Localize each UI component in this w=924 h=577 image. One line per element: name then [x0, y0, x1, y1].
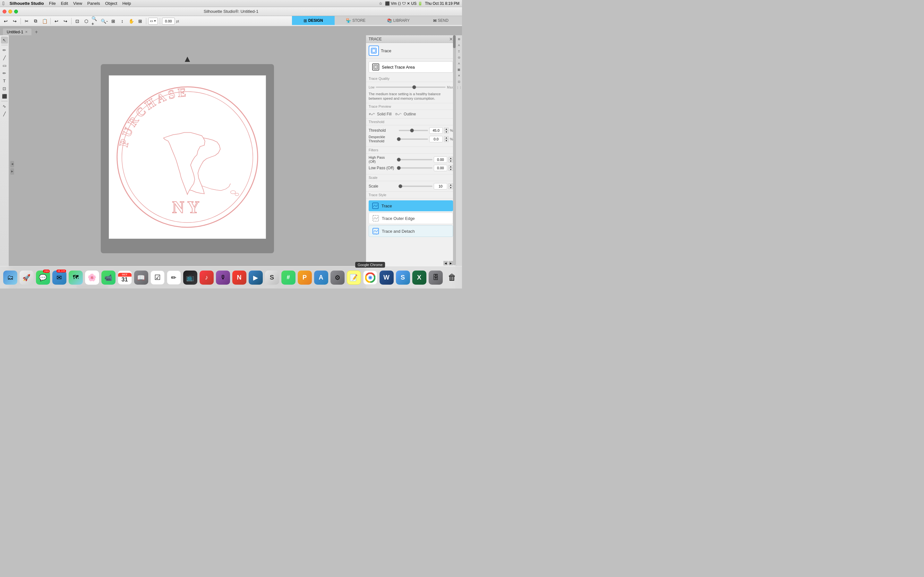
dock-podcasts[interactable]: 🎙 [215, 269, 230, 285]
close-button[interactable] [3, 10, 6, 13]
trace-outer-edge-button[interactable]: Trace Outer Edge [368, 213, 453, 224]
nav-right-icon[interactable]: ▶ [449, 261, 453, 266]
threshold-stepper[interactable]: ▲ ▼ [444, 127, 449, 133]
grid-icon[interactable]: ⊞ [136, 17, 144, 25]
dock-airmail[interactable]: ✉ 48,245 [52, 269, 67, 285]
tab-untitled[interactable]: Untitled-1 ✕ [3, 28, 32, 35]
high-pass-up-icon[interactable]: ▲ [449, 157, 453, 160]
dock-launchpad[interactable]: 🚀 [19, 269, 34, 285]
shape-tool[interactable]: ▭ [1, 62, 8, 69]
nav-store[interactable]: 🏪 STORE [334, 16, 377, 25]
scale-up-icon[interactable]: ▲ [449, 183, 453, 186]
dock-calendar[interactable]: OCT 31 [117, 269, 132, 285]
undo-icon[interactable]: ↩ [2, 17, 10, 25]
paste-icon[interactable]: 📋 [41, 17, 48, 25]
right-icon-8[interactable]: ⊡ [457, 79, 462, 84]
shape-dropdown-icon[interactable]: ▼ [153, 19, 156, 23]
scale-slider[interactable] [399, 183, 433, 189]
apple-menu[interactable]:  [3, 1, 5, 6]
zoom-fit-icon[interactable]: ⊞ [110, 17, 117, 25]
low-pass-down-icon[interactable]: ▼ [449, 168, 453, 171]
hand-icon[interactable]: ✋ [128, 17, 135, 25]
right-icon-1[interactable]: ⊞ [457, 37, 462, 42]
high-pass-value[interactable] [434, 156, 447, 163]
right-icon-5[interactable]: A [457, 61, 462, 66]
text-tool[interactable]: T [1, 77, 8, 84]
threshold-decrement-icon[interactable]: ▼ [444, 131, 449, 133]
dock-pages[interactable]: P [297, 269, 312, 285]
fill-tool[interactable]: ⬛ [1, 93, 8, 100]
menu-object[interactable]: Object [105, 1, 118, 6]
trace-panel-close-icon[interactable]: ✕ [449, 37, 453, 42]
despeckle-value-input[interactable] [429, 136, 443, 142]
solid-fill-button[interactable]: Solid Fill [368, 112, 391, 116]
high-pass-slider[interactable] [399, 156, 433, 163]
size-input[interactable] [162, 18, 175, 25]
dock-dictionary[interactable]: 📖 [134, 269, 149, 285]
right-icon-4[interactable]: ◎ [457, 55, 462, 60]
nav-send[interactable]: ✉ SEND [420, 16, 462, 25]
dock-keynote[interactable]: ▶ [248, 269, 263, 285]
scale-value-input[interactable] [434, 183, 447, 189]
zoom-out-icon[interactable]: 🔍- [100, 17, 108, 25]
copy-icon[interactable]: ⧉ [32, 17, 39, 25]
cut-icon[interactable]: ✂ [23, 17, 31, 25]
redo2-icon[interactable]: ↪ [61, 17, 69, 25]
dock-finder[interactable]: 🗂 [3, 269, 18, 285]
outline-button[interactable]: Outline [395, 112, 416, 116]
menu-panels[interactable]: Panels [87, 1, 100, 6]
knife-tool[interactable]: ╱ [1, 110, 8, 117]
dock-numbers[interactable]: # [281, 269, 296, 285]
dock-excel[interactable]: X [412, 269, 427, 285]
menu-help[interactable]: Help [122, 1, 131, 6]
dock-facetime[interactable]: 📹 [101, 269, 116, 285]
select-tool[interactable]: ↖ [1, 37, 8, 44]
quality-slider[interactable] [376, 84, 446, 90]
right-icon-7[interactable]: ✕ [457, 73, 462, 78]
scale-stepper[interactable]: ▲ ▼ [449, 183, 453, 189]
right-scrollbar[interactable] [453, 35, 456, 266]
collapse-left-icon[interactable]: ◀ [10, 161, 14, 167]
low-pass-up-icon[interactable]: ▲ [449, 165, 453, 168]
dock-silhouette[interactable]: S [264, 269, 279, 285]
nav-left-icon[interactable]: ◀ [443, 261, 448, 266]
scale-down-icon[interactable]: ▼ [449, 186, 453, 189]
low-pass-slider[interactable] [399, 165, 433, 171]
despeckle-slider[interactable] [399, 136, 428, 142]
select-trace-area-button[interactable]: Select Trace Area [368, 61, 453, 73]
right-icon-2[interactable]: A [457, 43, 462, 48]
right-icon-9[interactable]: ⋮⋮ [457, 85, 462, 90]
zoom-in-icon[interactable]: 🔍+ [91, 17, 99, 25]
dock-trash[interactable]: 🗑 [444, 269, 459, 285]
menu-view[interactable]: View [73, 1, 82, 6]
dock-freeform[interactable]: ✏ [166, 269, 181, 285]
high-pass-down-icon[interactable]: ▼ [449, 160, 453, 163]
menu-file[interactable]: File [49, 1, 56, 6]
dock-music[interactable]: ♪ [199, 269, 214, 285]
eraser-tool[interactable]: ⊡ [1, 85, 8, 92]
trace-icon-button[interactable] [368, 45, 379, 56]
bezier-tool[interactable]: ∿ [1, 103, 8, 110]
dock-messages[interactable]: 💬 269 [35, 269, 50, 285]
dock-reminders[interactable]: ☑ [150, 269, 165, 285]
dock-filemanager[interactable]: 🗄 [428, 269, 443, 285]
tab-close-icon[interactable]: ✕ [25, 30, 27, 34]
pencil-tool[interactable]: ✏ [1, 69, 8, 77]
dock-chrome[interactable]: Google Chrome [363, 269, 378, 285]
menu-edit[interactable]: Edit [61, 1, 68, 6]
trace-button[interactable]: Trace [368, 200, 453, 211]
dock-word[interactable]: W [379, 269, 394, 285]
dock-news[interactable]: N [232, 269, 247, 285]
threshold-value-input[interactable] [429, 127, 443, 134]
right-scrollbar-thumb[interactable] [453, 35, 456, 48]
right-icon-6[interactable]: ▦ [457, 67, 462, 72]
dock-stickies[interactable]: 📝 [346, 269, 361, 285]
node-icon[interactable]: ⬡ [82, 17, 90, 25]
threshold-slider[interactable] [399, 127, 428, 134]
high-pass-stepper[interactable]: ▲ ▼ [449, 157, 453, 163]
move-icon[interactable]: ↕ [118, 17, 126, 25]
collapse-right-icon[interactable]: ▶ [10, 168, 14, 175]
nav-library[interactable]: 📚 LIBRARY [377, 16, 420, 25]
dock-appstore[interactable]: A [313, 269, 328, 285]
dock-maps[interactable]: 🗺 [68, 269, 83, 285]
